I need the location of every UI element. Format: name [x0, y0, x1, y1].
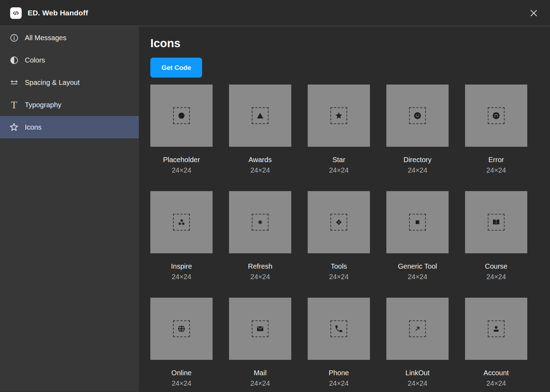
sidebar-item-label: Typography	[25, 101, 62, 109]
tile-name: Error	[465, 156, 527, 164]
linkout-arrow-icon	[413, 324, 422, 333]
inspire-asterisks-icon	[177, 218, 186, 227]
sidebar: All Messages Colors Spacing & Layout	[0, 26, 139, 392]
sidebar-item-icons[interactable]: Icons	[0, 116, 139, 138]
tile-size: 24×24	[150, 273, 213, 281]
close-icon	[529, 8, 538, 18]
tile-name: Online	[150, 369, 213, 377]
phone-handset-icon	[334, 324, 343, 333]
icon-preview[interactable]	[150, 85, 213, 147]
contrast-circle-icon	[9, 56, 19, 65]
sidebar-item-label: Icons	[25, 123, 42, 131]
tile-name: Course	[465, 262, 527, 270]
icons-grid: Placeholder 24×24 Awards 24×24	[150, 85, 550, 392]
account-person-icon	[492, 324, 501, 333]
icon-card-inspire: Inspire 24×24	[150, 191, 213, 281]
tile-name: Generic Tool	[386, 262, 449, 270]
tools-diamonds-icon	[334, 218, 343, 227]
icon-card-linkout: LinkOut 24×24	[386, 298, 449, 387]
star-icon	[334, 111, 343, 120]
icon-preview[interactable]	[308, 85, 370, 147]
icon-preview[interactable]	[229, 85, 291, 147]
tile-name: Directory	[386, 156, 449, 164]
placeholder-circle-icon	[177, 111, 186, 120]
bounding-box	[252, 320, 269, 337]
bounding-box	[488, 107, 505, 124]
online-globe-icon	[177, 324, 186, 333]
tile-name: Awards	[229, 156, 291, 164]
icon-card-tools: Tools 24×24	[308, 191, 370, 281]
tile-size: 24×24	[150, 379, 213, 387]
sidebar-item-label: Colors	[25, 56, 45, 64]
bounding-box	[173, 214, 190, 231]
tile-name: Placeholder	[150, 156, 213, 164]
icon-preview[interactable]	[386, 191, 449, 253]
bounding-box	[330, 320, 347, 337]
bounding-box	[252, 107, 269, 124]
tile-size: 24×24	[386, 379, 449, 387]
icon-card-placeholder: Placeholder 24×24	[150, 85, 213, 174]
sidebar-item-colors[interactable]: Colors	[0, 49, 139, 71]
generic-tool-square-icon	[413, 218, 422, 227]
icon-card-awards: Awards 24×24	[229, 85, 291, 174]
tile-name: Account	[465, 369, 527, 377]
code-icon	[10, 7, 22, 19]
awards-triangle-icon	[256, 111, 265, 120]
icon-card-mail: Mail 24×24	[229, 298, 291, 387]
page-title: Icons	[150, 37, 550, 50]
icon-preview[interactable]	[308, 298, 370, 360]
icon-preview[interactable]	[229, 191, 291, 253]
icon-preview[interactable]	[465, 85, 527, 147]
icon-preview[interactable]	[386, 85, 449, 147]
icon-card-online: Online 24×24	[150, 298, 213, 387]
icon-preview[interactable]	[229, 298, 291, 360]
course-book-icon	[492, 218, 501, 227]
icon-preview[interactable]	[386, 298, 449, 360]
bounding-box	[409, 214, 426, 231]
sidebar-item-typography[interactable]: T Typography	[0, 94, 139, 116]
icon-card-account: Account 24×24	[465, 298, 527, 387]
icon-card-phone: Phone 24×24	[308, 298, 370, 387]
icon-preview[interactable]	[150, 298, 213, 360]
bounding-box	[173, 320, 190, 337]
info-icon	[9, 33, 19, 43]
icon-card-course: Course 24×24	[465, 191, 527, 281]
icon-preview[interactable]	[150, 191, 213, 253]
bounding-box	[252, 214, 269, 231]
tile-size: 24×24	[229, 166, 291, 174]
error-upside-down-smiley-icon	[492, 111, 501, 120]
serif-t-icon: T	[9, 100, 19, 110]
icon-card-star: Star 24×24	[308, 85, 370, 174]
icon-card-error: Error 24×24	[465, 85, 527, 174]
tile-name: Refresh	[229, 262, 291, 270]
tile-name: Phone	[308, 369, 370, 377]
icon-preview[interactable]	[308, 191, 370, 253]
refresh-asterisk-icon	[256, 218, 265, 227]
icon-card-generic-tool: Generic Tool 24×24	[386, 191, 449, 281]
sidebar-item-all-messages[interactable]: All Messages	[0, 27, 139, 49]
tile-size: 24×24	[465, 166, 527, 174]
icon-preview[interactable]	[465, 191, 527, 253]
bounding-box	[330, 107, 347, 124]
sidebar-item-label: Spacing & Layout	[25, 79, 80, 87]
main-content: Icons Get Code Placeholder 24×24	[139, 26, 550, 392]
tile-size: 24×24	[308, 379, 370, 387]
tile-size: 24×24	[308, 166, 370, 174]
icon-card-refresh: Refresh 24×24	[229, 191, 291, 281]
horizontal-arrows-icon	[9, 78, 19, 87]
icon-preview[interactable]	[465, 298, 527, 360]
tile-name: Inspire	[150, 262, 213, 270]
tile-name: LinkOut	[386, 369, 449, 377]
tile-size: 24×24	[229, 273, 291, 281]
bounding-box	[173, 107, 190, 124]
tile-size: 24×24	[308, 273, 370, 281]
bounding-box	[409, 320, 426, 337]
close-button[interactable]	[528, 7, 540, 19]
tile-name: Mail	[229, 369, 291, 377]
get-code-button[interactable]: Get Code	[150, 58, 202, 78]
tile-name: Star	[308, 156, 370, 164]
sidebar-item-spacing-layout[interactable]: Spacing & Layout	[0, 71, 139, 94]
mail-envelope-icon	[256, 324, 265, 333]
tile-size: 24×24	[229, 379, 291, 387]
app-title: ED. Web Handoff	[28, 9, 88, 17]
